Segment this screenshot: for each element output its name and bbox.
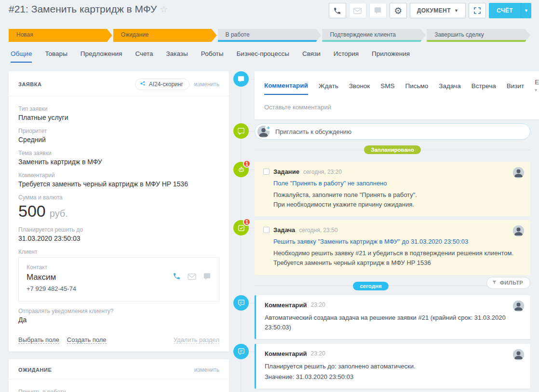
settings-button[interactable]: ⚙ xyxy=(390,3,407,18)
task-link[interactable]: Поле "Принять в работу" не заполнено xyxy=(273,180,522,187)
today-badge: сегодня xyxy=(353,282,388,290)
task-link[interactable]: Решить заявку "Заменить картридж в МФУ" … xyxy=(273,238,522,245)
composer-tab-comment[interactable]: Комментарий xyxy=(264,82,308,95)
avatar xyxy=(513,225,524,236)
waiting-panel-body: Принять в работу не заполнено Причина ож… xyxy=(9,379,229,392)
stage-finish-deal[interactable]: Завершить сделку xyxy=(427,29,530,42)
waiting-panel-header: ОЖИДАНИЕ изменить xyxy=(9,359,229,379)
tab-orders[interactable]: Заказы xyxy=(166,50,188,63)
stage-label: В работе xyxy=(226,31,250,38)
ai-scoring-badge[interactable]: AI24-скоринг xyxy=(135,78,189,90)
timeline-connector xyxy=(249,352,255,352)
ai-scoring-label: AI24-скоринг xyxy=(149,81,183,88)
contact-name[interactable]: Максим xyxy=(27,273,56,282)
composer-more-button[interactable]: Ещё ▾ xyxy=(535,78,539,98)
field-notify-client: Отправлять уведомления клиенту? Да xyxy=(18,308,219,324)
waiting-edit-link[interactable]: изменить xyxy=(194,366,219,373)
task-checkbox[interactable] xyxy=(263,169,270,175)
stage-client-confirm[interactable]: Подтверждение клиента xyxy=(322,29,426,42)
avatar xyxy=(513,349,524,360)
field-label: Приоритет xyxy=(18,128,219,134)
stage-waiting[interactable]: Ожидание xyxy=(113,29,217,42)
chat-button[interactable] xyxy=(369,3,387,18)
task-checkbox[interactable] xyxy=(263,227,270,233)
stage-in-work[interactable]: В работе xyxy=(218,29,322,42)
composer-tab-visit[interactable]: Визит xyxy=(507,82,524,94)
section-tabs: Общие Товары Предложения Счета Заказы Ро… xyxy=(11,50,410,63)
timeline-item-task: 1 Задача сегодня, 23:50 Решить заявку "З… xyxy=(233,220,530,274)
expand-button[interactable] xyxy=(469,3,486,18)
tab-links[interactable]: Связи xyxy=(302,50,321,63)
comment-input[interactable]: Оставьте комментарий xyxy=(264,104,539,111)
filter-button[interactable]: ФИЛЬТР xyxy=(486,277,530,289)
expand-icon xyxy=(473,7,481,14)
plus-icon: + xyxy=(265,125,271,131)
composer-tab-wait[interactable]: Ждать xyxy=(319,82,338,94)
composer-tabs: Комментарий Ждать Звонок SMS Письмо Зада… xyxy=(264,78,539,98)
avatar xyxy=(513,167,524,178)
create-field-link[interactable]: Создать поле xyxy=(67,336,107,344)
comment-title: Комментарий xyxy=(265,350,307,357)
delete-section-link[interactable]: Удалить раздел xyxy=(174,336,219,344)
tab-invoices[interactable]: Счета xyxy=(135,50,153,63)
phone-call-button[interactable] xyxy=(329,3,346,18)
request-panel-title: ЗАЯВКА xyxy=(18,81,41,87)
field-comment: Комментарий Требуется заменить черный ка… xyxy=(18,172,219,188)
field-label: Сумма и валюта xyxy=(18,194,219,201)
divider-line xyxy=(255,286,353,286)
planned-badge: Запланировано xyxy=(364,145,421,154)
stage-label: Завершить сделку xyxy=(434,31,484,38)
invite-avatar: + xyxy=(257,126,270,138)
tab-robots[interactable]: Роботы xyxy=(201,50,224,63)
request-panel-footer: Выбрать поле Создать поле Удалить раздел xyxy=(9,330,229,352)
invite-to-discussion[interactable]: + Пригласить к обсуждению xyxy=(255,123,530,140)
timeline-connector xyxy=(249,303,255,303)
composer-more-label: Ещё xyxy=(535,78,539,86)
field-label: Принять в работу xyxy=(18,389,219,392)
robot-task-icon: 1 xyxy=(233,162,249,177)
divider-line xyxy=(255,150,364,150)
field-label: Планируется решить до xyxy=(18,226,219,233)
composer-tab-task[interactable]: Задача xyxy=(439,82,460,94)
invoice-button[interactable]: СЧЁТ xyxy=(489,3,521,18)
composer-card: Комментарий Ждать Звонок SMS Письмо Зада… xyxy=(255,71,539,119)
crm-ticket-page: #21: Заменить картридж в МФУ☆ ⚙ ДОКУМЕНТ… xyxy=(0,0,539,392)
stage-new[interactable]: Новая xyxy=(9,29,112,42)
request-panel-header: ЗАЯВКА AI24-скоринг изменить xyxy=(9,71,229,96)
comment-time: 23:20 xyxy=(311,350,325,357)
favorite-star-icon[interactable]: ☆ xyxy=(160,4,168,14)
timeline-item-comment: Комментарий 23:20 Автоматический создана… xyxy=(233,295,530,339)
comment-card: Комментарий 23:20 Автоматический создана… xyxy=(255,295,530,339)
request-edit-link[interactable]: изменить xyxy=(194,81,219,88)
tab-business-processes[interactable]: Бизнес-процессы xyxy=(236,50,289,63)
field-accept-to-work: Принять в работу не заполнено xyxy=(18,389,219,392)
comment-text-line: Значение: 31.03.2020 23:50:03 xyxy=(265,372,522,382)
email-icon xyxy=(353,8,362,14)
select-field-link[interactable]: Выбрать поле xyxy=(18,336,59,344)
tab-apps[interactable]: Приложения xyxy=(372,50,410,63)
timeline-connector xyxy=(249,79,255,79)
contact-chat-icon[interactable] xyxy=(203,273,211,282)
contact-phone-icon[interactable] xyxy=(173,272,181,282)
field-client: Клиент Контакт Максим +7 929 482-45-74 xyxy=(18,248,219,301)
avatar xyxy=(513,301,524,312)
tab-products[interactable]: Товары xyxy=(45,50,67,63)
tab-offers[interactable]: Предложения xyxy=(81,50,122,63)
email-button[interactable] xyxy=(349,3,366,18)
composer-tab-meeting[interactable]: Встреча xyxy=(472,82,496,94)
invoice-dropdown-arrow[interactable]: ▼ xyxy=(521,3,531,18)
composer-tab-sms[interactable]: SMS xyxy=(380,82,394,94)
document-button[interactable]: ДОКУМЕНТ▼ xyxy=(410,3,466,18)
tab-general[interactable]: Общие xyxy=(11,50,32,63)
tab-history[interactable]: История xyxy=(334,50,359,63)
timeline-connector xyxy=(249,170,255,170)
field-priority: Приоритет Средний xyxy=(18,128,219,144)
composer-tab-call[interactable]: Звонок xyxy=(349,82,370,94)
composer-tab-email[interactable]: Письмо xyxy=(405,82,429,94)
waiting-panel: ОЖИДАНИЕ изменить Принять в работу не за… xyxy=(9,359,229,392)
contact-email-icon[interactable] xyxy=(188,273,196,282)
details-column: ЗАЯВКА AI24-скоринг изменить Тип заявки … xyxy=(9,71,229,392)
contact-card: Контакт Максим +7 929 482-45-74 xyxy=(18,257,219,301)
stage-pipeline: Новая Ожидание В работе Подтверждение кл… xyxy=(9,29,530,42)
amount-value: 500 xyxy=(18,202,46,220)
